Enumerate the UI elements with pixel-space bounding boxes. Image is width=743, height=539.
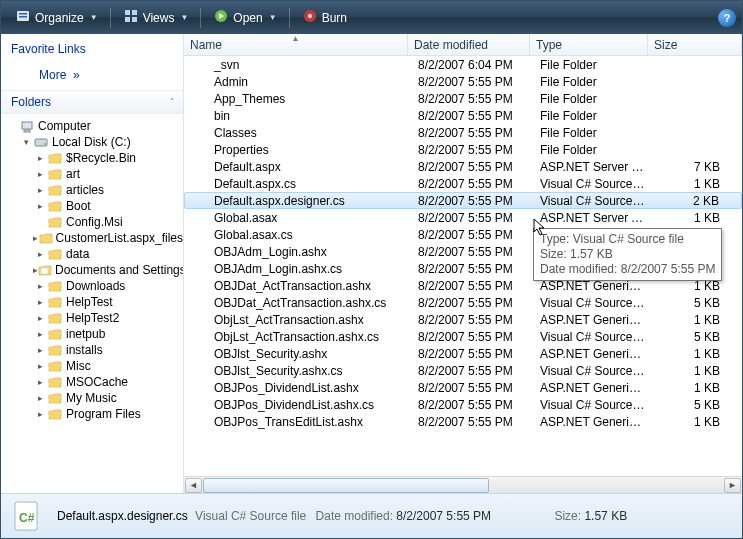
- tree-twist-icon[interactable]: ▸: [33, 329, 47, 339]
- file-row[interactable]: C#OBJAdm_Login.ashx.cs8/2/2007 5:55 PMVi…: [184, 260, 742, 277]
- cs-icon: C#: [194, 363, 210, 379]
- nav-pane: Favorite Links More » Folders ˄ Computer…: [1, 34, 184, 493]
- file-row[interactable]: C#OBJPos_DividendList.ashx.cs8/2/2007 5:…: [184, 396, 742, 413]
- views-button[interactable]: Views ▼: [115, 4, 197, 31]
- cs-icon: C#: [194, 295, 210, 311]
- tree-twist-icon[interactable]: ▸: [33, 281, 47, 291]
- file-row[interactable]: bin8/2/2007 5:55 PMFile Folder: [184, 107, 742, 124]
- file-row[interactable]: OBJlst_Security.ashx8/2/2007 5:55 PMASP.…: [184, 345, 742, 362]
- file-size: 7 KB: [652, 160, 742, 174]
- tree-twist-icon[interactable]: ▸: [33, 249, 47, 259]
- file-row[interactable]: _svn8/2/2007 6:04 PMFile Folder: [184, 56, 742, 73]
- tree-item[interactable]: ▸HelpTest2: [1, 310, 183, 326]
- file-date: 8/2/2007 5:55 PM: [412, 194, 534, 208]
- favorites-header: Favorite Links: [11, 42, 173, 56]
- file-row[interactable]: C#OBJlst_Security.ashx.cs8/2/2007 5:55 P…: [184, 362, 742, 379]
- tree-item[interactable]: ▸$Recycle.Bin: [1, 150, 183, 166]
- file-list[interactable]: _svn8/2/2007 6:04 PMFile FolderAdmin8/2/…: [184, 56, 742, 476]
- col-size[interactable]: Size: [648, 34, 742, 55]
- tree-item[interactable]: ▸installs: [1, 342, 183, 358]
- tree-item[interactable]: ▸My Music: [1, 390, 183, 406]
- burn-icon: [302, 8, 318, 27]
- file-name: OBJPos_DividendList.ashx: [214, 381, 359, 395]
- tree-item[interactable]: ▸inetpub: [1, 326, 183, 342]
- file-row[interactable]: C#ObjLst_ActTransaction.ashx.cs8/2/2007 …: [184, 328, 742, 345]
- help-button[interactable]: ?: [718, 9, 736, 27]
- tree-twist-icon[interactable]: ▸: [33, 377, 47, 387]
- tree-twist-icon[interactable]: ▸: [33, 313, 47, 323]
- scroll-right-button[interactable]: ►: [724, 478, 741, 493]
- file-type: File Folder: [534, 143, 652, 157]
- file-date: 8/2/2007 5:55 PM: [412, 160, 534, 174]
- file-row[interactable]: Properties8/2/2007 5:55 PMFile Folder: [184, 141, 742, 158]
- file-row[interactable]: C#Default.aspx.cs8/2/2007 5:55 PMVisual …: [184, 175, 742, 192]
- col-date[interactable]: Date modified: [408, 34, 530, 55]
- file-row[interactable]: ObjLst_ActTransaction.ashx8/2/2007 5:55 …: [184, 311, 742, 328]
- tree-item[interactable]: ▸Boot: [1, 198, 183, 214]
- file-row[interactable]: Admin8/2/2007 5:55 PMFile Folder: [184, 73, 742, 90]
- file-type: ASP.NET Server A...: [534, 211, 652, 225]
- col-name[interactable]: ▲Name: [184, 34, 408, 55]
- tree-twist-icon[interactable]: ▸: [33, 201, 47, 211]
- folder-icon: [47, 310, 63, 326]
- file-row[interactable]: Global.asax8/2/2007 5:55 PMASP.NET Serve…: [184, 209, 742, 226]
- tree-item[interactable]: ▸Documents and Settings: [1, 262, 183, 278]
- tree-item[interactable]: ▸HelpTest: [1, 294, 183, 310]
- file-row[interactable]: Classes8/2/2007 5:55 PMFile Folder: [184, 124, 742, 141]
- tree-twist-icon[interactable]: ▸: [33, 345, 47, 355]
- horizontal-scrollbar[interactable]: ◄ ►: [184, 476, 742, 493]
- folders-header[interactable]: Folders ˄: [1, 90, 183, 114]
- folder-icon: [47, 214, 63, 230]
- tree-twist-icon[interactable]: ▸: [33, 361, 47, 371]
- file-size: 1 KB: [652, 245, 742, 259]
- tree-twist-icon[interactable]: ▸: [33, 409, 47, 419]
- file-type: Visual C# Source f...: [534, 177, 652, 191]
- folders-tree[interactable]: Computer▾Local Disk (C:)▸$Recycle.Bin▸ar…: [1, 114, 183, 493]
- svg-rect-5: [125, 17, 130, 22]
- scroll-track[interactable]: [203, 478, 723, 493]
- file-date: 8/2/2007 5:55 PM: [412, 330, 534, 344]
- tree-twist-icon[interactable]: ▸: [33, 297, 47, 307]
- organize-button[interactable]: Organize ▼: [7, 4, 106, 31]
- open-button[interactable]: Open ▼: [205, 4, 284, 31]
- list-pane: ▲Name Date modified Type Size _svn8/2/20…: [184, 34, 742, 493]
- tree-item[interactable]: ▾Local Disk (C:): [1, 134, 183, 150]
- file-type: File Folder: [534, 58, 652, 72]
- file-row[interactable]: C#Default.aspx.designer.cs8/2/2007 5:55 …: [184, 192, 742, 209]
- file-row[interactable]: App_Themes8/2/2007 5:55 PMFile Folder: [184, 90, 742, 107]
- file-date: 8/2/2007 5:55 PM: [412, 92, 534, 106]
- tree-twist-icon[interactable]: ▸: [33, 169, 47, 179]
- tree-twist-icon[interactable]: ▸: [33, 153, 47, 163]
- tree-item[interactable]: ▸Program Files: [1, 406, 183, 422]
- tree-twist-icon[interactable]: ▸: [33, 393, 47, 403]
- file-date: 8/2/2007 5:55 PM: [412, 211, 534, 225]
- tree-item[interactable]: ▸Downloads: [1, 278, 183, 294]
- tree-item[interactable]: ▸articles: [1, 182, 183, 198]
- tree-twist-icon[interactable]: ▾: [19, 137, 33, 147]
- scroll-thumb[interactable]: [203, 478, 489, 493]
- scroll-left-button[interactable]: ◄: [185, 478, 202, 493]
- burn-button[interactable]: Burn: [294, 4, 355, 31]
- file-row[interactable]: OBJAdm_Login.ashx8/2/2007 5:55 PMASP.NET…: [184, 243, 742, 260]
- file-row[interactable]: C#Global.asax.cs8/2/2007 5:55 PMVisual C…: [184, 226, 742, 243]
- col-type[interactable]: Type: [530, 34, 648, 55]
- file-row[interactable]: C#OBJDat_ActTransaction.ashx.cs8/2/2007 …: [184, 294, 742, 311]
- tree-item[interactable]: Config.Msi: [1, 214, 183, 230]
- tree-item[interactable]: Computer: [1, 118, 183, 134]
- file-row[interactable]: OBJDat_ActTransaction.ashx8/2/2007 5:55 …: [184, 277, 742, 294]
- tree-item[interactable]: ▸MSOCache: [1, 374, 183, 390]
- tree-twist-icon[interactable]: ▸: [33, 185, 47, 195]
- aspx-icon: [194, 210, 210, 226]
- file-row[interactable]: OBJPos_DividendList.ashx8/2/2007 5:55 PM…: [184, 379, 742, 396]
- tree-item[interactable]: ▸data: [1, 246, 183, 262]
- file-size: 1 KB: [652, 381, 742, 395]
- file-row[interactable]: OBJPos_TransEditList.ashx8/2/2007 5:55 P…: [184, 413, 742, 430]
- tree-item[interactable]: ▸Misc: [1, 358, 183, 374]
- file-row[interactable]: Default.aspx8/2/2007 5:55 PMASP.NET Serv…: [184, 158, 742, 175]
- details-pane: C# Default.aspx.designer.cs Visual C# So…: [1, 493, 742, 538]
- svg-rect-3: [125, 10, 130, 15]
- tree-item[interactable]: ▸CustomerList.aspx_files: [1, 230, 183, 246]
- tree-item[interactable]: ▸art: [1, 166, 183, 182]
- file-name: OBJPos_DividendList.ashx.cs: [214, 398, 374, 412]
- more-link[interactable]: More »: [39, 68, 80, 82]
